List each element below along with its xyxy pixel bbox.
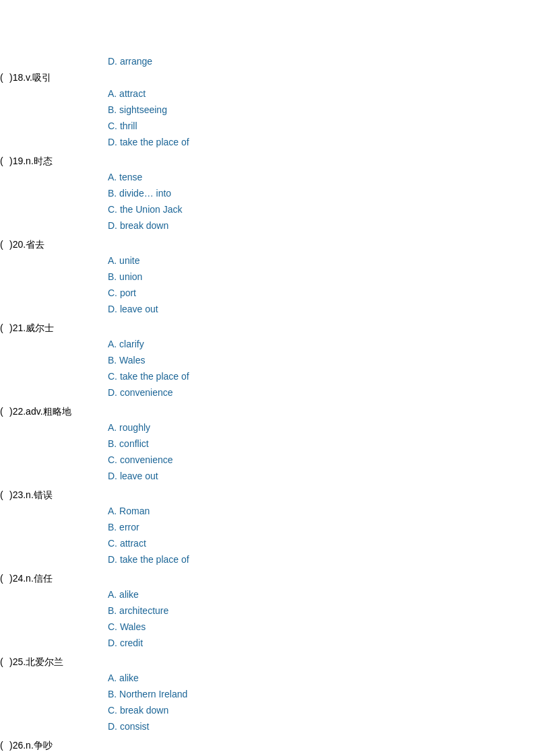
question-block-q22: ()22.adv.粗略地A. roughlyB. conflictC. conv…: [0, 404, 535, 483]
option-q24-A[interactable]: A. alike: [108, 587, 535, 602]
question-block-q26: ()26.n.争吵A. longitudeB. Norman: [0, 738, 535, 756]
option-q18-C[interactable]: C. thrill: [108, 118, 535, 133]
question-label-q26: )26.n.争吵: [9, 738, 535, 753]
questions-list: ()18.v.吸引A. attractB. sightseeingC. thri…: [0, 70, 535, 756]
question-block-q25: ()25.北爱尔兰A. alikeB. Northern IrelandC. b…: [0, 654, 535, 734]
option-q22-B[interactable]: B. conflict: [108, 436, 535, 451]
paren-left-q26: (: [0, 738, 9, 753]
option-q23-B[interactable]: B. error: [108, 520, 535, 535]
paren-left-q19: (: [0, 153, 9, 168]
option-q19-D[interactable]: D. break down: [108, 218, 535, 233]
question-header-q23: ()23.n.错误: [0, 487, 535, 502]
option-q21-D[interactable]: D. convenience: [108, 385, 535, 400]
paren-left-q21: (: [0, 320, 9, 335]
question-block-q19: ()19.n.时态A. tenseB. divide… intoC. the U…: [0, 153, 535, 233]
question-label-q25: )25.北爱尔兰: [9, 654, 535, 669]
question-label-q22: )22.adv.粗略地: [9, 404, 535, 419]
option-q22-A[interactable]: A. roughly: [108, 420, 535, 435]
question-header-q24: ()24.n.信任: [0, 571, 535, 586]
question-label-q23: )23.n.错误: [9, 487, 535, 502]
option-q21-C[interactable]: C. take the place of: [108, 369, 535, 384]
paren-left-q18: (: [0, 70, 9, 85]
option-q23-C[interactable]: C. attract: [108, 536, 535, 551]
option-q25-D[interactable]: D. consist: [108, 719, 535, 734]
option-q20-D[interactable]: D. leave out: [108, 302, 535, 316]
option-q25-A[interactable]: A. alike: [108, 671, 535, 685]
question-label-q21: )21.威尔士: [9, 320, 535, 335]
option-q19-A[interactable]: A. tense: [108, 170, 535, 184]
option-q20-A[interactable]: A. unite: [108, 253, 535, 268]
option-q24-D[interactable]: D. credit: [108, 635, 535, 650]
question-label-q20: )20.省去: [9, 237, 535, 252]
question-block-q24: ()24.n.信任A. alikeB. architectureC. Wales…: [0, 571, 535, 650]
question-label-q19: )19.n.时态: [9, 153, 535, 168]
question-header-q25: ()25.北爱尔兰: [0, 654, 535, 669]
question-block-q23: ()23.n.错误A. RomanB. errorC. attractD. ta…: [0, 487, 535, 567]
intro-d-option: D. arrange: [108, 54, 535, 69]
page-content: D. arrange ()18.v.吸引A. attractB. sightse…: [0, 54, 535, 756]
option-q23-D[interactable]: D. take the place of: [108, 552, 535, 567]
option-q24-C[interactable]: C. Wales: [108, 619, 535, 634]
question-label-q24: )24.n.信任: [9, 571, 535, 586]
option-q19-B[interactable]: B. divide… into: [108, 186, 535, 201]
option-q18-D[interactable]: D. take the place of: [108, 135, 535, 149]
option-q18-B[interactable]: B. sightseeing: [108, 102, 535, 117]
option-q20-B[interactable]: B. union: [108, 269, 535, 284]
question-label-q18: )18.v.吸引: [9, 70, 535, 85]
option-q25-C[interactable]: C. break down: [108, 703, 535, 718]
option-q22-D[interactable]: D. leave out: [108, 469, 535, 483]
question-header-q19: ()19.n.时态: [0, 153, 535, 168]
option-q22-C[interactable]: C. convenience: [108, 452, 535, 467]
question-header-q18: ()18.v.吸引: [0, 70, 535, 85]
option-q21-B[interactable]: B. Wales: [108, 353, 535, 368]
question-block-q18: ()18.v.吸引A. attractB. sightseeingC. thri…: [0, 70, 535, 149]
paren-left-q20: (: [0, 237, 9, 252]
question-header-q22: ()22.adv.粗略地: [0, 404, 535, 419]
option-q24-B[interactable]: B. architecture: [108, 603, 535, 618]
paren-left-q22: (: [0, 404, 9, 419]
paren-left-q23: (: [0, 487, 9, 502]
option-q25-B[interactable]: B. Northern Ireland: [108, 687, 535, 701]
question-header-q20: ()20.省去: [0, 237, 535, 252]
option-q21-A[interactable]: A. clarify: [108, 337, 535, 351]
question-header-q21: ()21.威尔士: [0, 320, 535, 335]
paren-left-q25: (: [0, 654, 9, 669]
question-block-q20: ()20.省去A. uniteB. unionC. portD. leave o…: [0, 237, 535, 316]
option-q23-A[interactable]: A. Roman: [108, 504, 535, 518]
paren-left-q24: (: [0, 571, 9, 586]
question-header-q26: ()26.n.争吵: [0, 738, 535, 753]
option-q20-C[interactable]: C. port: [108, 285, 535, 300]
option-q18-A[interactable]: A. attract: [108, 86, 535, 101]
option-q19-C[interactable]: C. the Union Jack: [108, 202, 535, 217]
question-block-q21: ()21.威尔士A. clarifyB. WalesC. take the pl…: [0, 320, 535, 400]
